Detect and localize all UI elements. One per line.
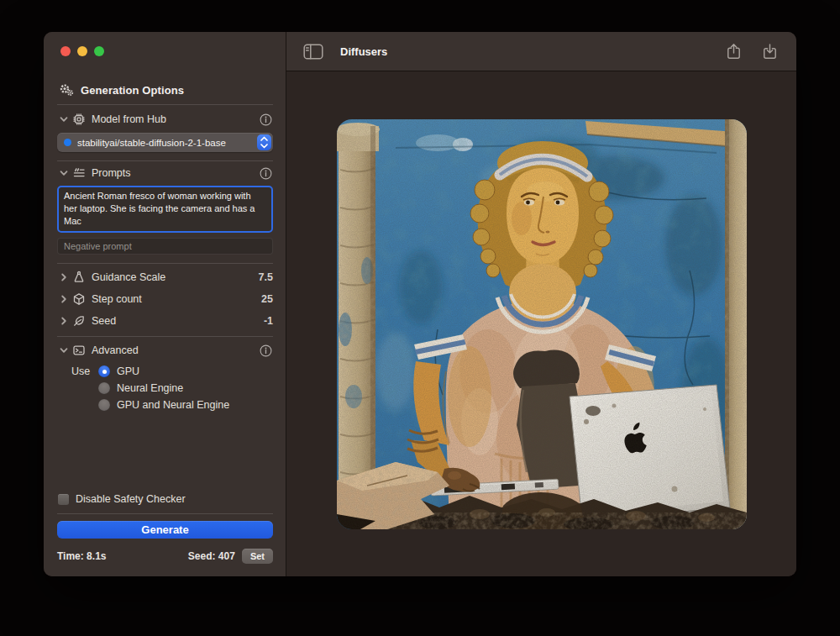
chevron-down-icon[interactable] — [57, 344, 70, 356]
disable-safety-checkbox[interactable] — [58, 494, 69, 505]
toolbar: Diffusers — [286, 32, 796, 71]
share-icon[interactable] — [724, 42, 743, 61]
divider — [57, 336, 273, 337]
window-title: Diffusers — [340, 45, 387, 58]
radio-neural-engine[interactable] — [98, 382, 110, 394]
cpu-icon — [70, 113, 88, 126]
model-select[interactable]: stabilityai/stable-diffusion-2-1-base — [57, 133, 273, 152]
save-icon[interactable] — [760, 42, 780, 61]
time-status: Time: 8.1s — [57, 550, 106, 562]
model-select-value: stabilityai/stable-diffusion-2-1-base — [77, 138, 257, 148]
compute-option-gpu: Use GPU — [57, 365, 273, 378]
radio-label[interactable]: GPU and Neural Engine — [117, 399, 229, 411]
section-label: Prompts — [92, 167, 131, 179]
param-row-seed[interactable]: Seed -1 — [57, 313, 273, 329]
scale-icon — [70, 271, 88, 284]
chevron-down-icon[interactable] — [57, 113, 70, 125]
sidebar-toggle-icon[interactable] — [303, 44, 323, 60]
radio-gpu[interactable] — [98, 365, 110, 377]
compute-option-gpu-and-neural-engine: GPU and Neural Engine — [57, 398, 273, 412]
section-advanced[interactable]: Advanced — [57, 343, 273, 358]
use-label: Use — [71, 365, 92, 377]
generated-image — [337, 119, 747, 529]
main-area: Diffusers — [286, 32, 796, 576]
zoom-button[interactable] — [94, 46, 104, 56]
param-label: Guidance Scale — [92, 271, 165, 283]
param-label: Seed — [92, 315, 116, 327]
close-button[interactable] — [60, 46, 71, 56]
section-model-from-hub[interactable]: Model from Hub — [57, 112, 273, 127]
chevron-right-icon[interactable] — [57, 271, 70, 283]
canvas-area — [286, 71, 796, 576]
cube-icon — [70, 292, 88, 306]
page-title: Generation Options — [81, 84, 184, 97]
param-value: -1 — [264, 315, 273, 327]
set-seed-button[interactable]: Set — [242, 549, 273, 564]
seed-status: Seed: 407 — [188, 550, 235, 562]
info-icon[interactable] — [259, 344, 273, 358]
negative-prompt-input[interactable] — [57, 238, 273, 255]
param-label: Step count — [92, 293, 142, 305]
chevron-right-icon[interactable] — [57, 293, 70, 305]
param-row-guidance-scale[interactable]: Guidance Scale 7.5 — [57, 270, 273, 285]
leaf-icon — [70, 314, 88, 328]
param-row-step-count[interactable]: Step count 25 — [57, 292, 273, 307]
chevron-down-icon[interactable] — [57, 167, 70, 179]
gears-icon — [59, 83, 74, 97]
safety-checker-row: Disable Safety Checker — [57, 492, 273, 506]
sidebar: Generation Options Model from Hub — [44, 32, 286, 576]
divider — [57, 160, 273, 161]
fresco-illustration — [337, 119, 747, 529]
section-label: Advanced — [92, 344, 139, 356]
select-stepper-icon[interactable] — [257, 134, 271, 150]
text-quote-icon — [70, 166, 88, 180]
radio-label[interactable]: GPU — [117, 365, 139, 377]
terminal-icon — [70, 344, 88, 357]
divider — [57, 104, 273, 105]
app-window: Generation Options Model from Hub — [44, 32, 796, 576]
info-icon[interactable] — [259, 166, 273, 181]
status-bar: Time: 8.1s Seed: 407 Set — [57, 548, 273, 564]
minimize-button[interactable] — [77, 46, 87, 56]
divider — [57, 513, 273, 514]
param-value: 7.5 — [259, 271, 273, 283]
chevron-right-icon[interactable] — [57, 315, 70, 327]
divider — [57, 263, 273, 264]
compute-option-neural-engine: Neural Engine — [57, 381, 273, 395]
section-prompts[interactable]: Prompts — [57, 166, 273, 181]
traffic-lights — [60, 46, 273, 56]
radio-gpu-and-neural-engine[interactable] — [98, 399, 110, 411]
section-label: Model from Hub — [92, 113, 166, 125]
radio-label[interactable]: Neural Engine — [117, 382, 183, 394]
model-status-dot — [64, 139, 71, 146]
safety-label: Disable Safety Checker — [76, 493, 186, 505]
sidebar-header: Generation Options — [57, 83, 273, 97]
param-value: 25 — [261, 293, 273, 305]
prompt-input[interactable]: Ancient Roman fresco of woman working wi… — [57, 186, 273, 233]
generate-button[interactable]: Generate — [57, 521, 273, 539]
info-icon[interactable] — [259, 113, 273, 127]
